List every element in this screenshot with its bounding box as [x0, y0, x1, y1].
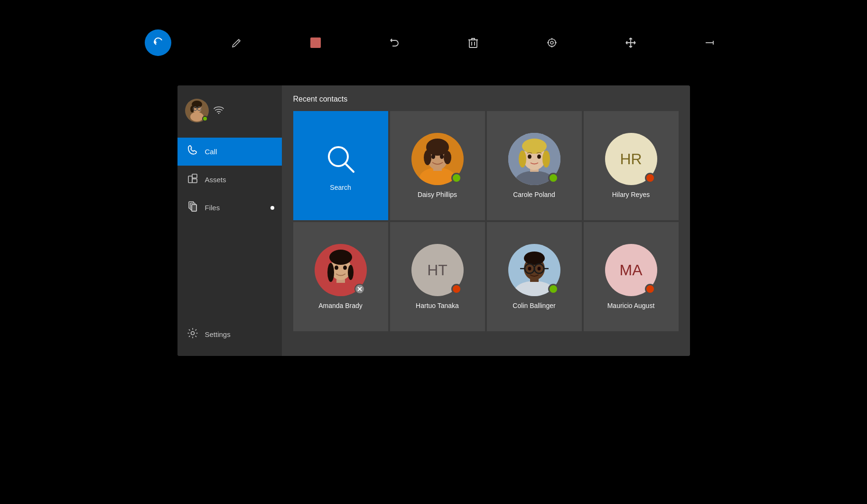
sidebar-item-settings[interactable]: Settings [177, 320, 282, 348]
svg-point-48 [542, 150, 550, 168]
main-panel: Call Assets [177, 85, 690, 356]
svg-rect-0 [469, 40, 477, 47]
svg-point-39 [440, 154, 444, 159]
settings-icon [187, 328, 198, 341]
svg-point-46 [522, 139, 547, 154]
contact-card-amanda[interactable]: Amanda Brady [293, 222, 388, 331]
carole-status [548, 173, 559, 183]
pen-button[interactable] [224, 29, 250, 56]
svg-point-13 [190, 112, 204, 121]
call-icon [187, 145, 198, 158]
contact-card-colin[interactable]: Colin Ballinger [487, 222, 582, 331]
svg-point-36 [424, 150, 431, 165]
svg-point-57 [327, 263, 334, 282]
svg-point-38 [431, 154, 435, 159]
colin-name: Colin Ballinger [513, 302, 555, 309]
sidebar-item-files[interactable]: Files [177, 194, 282, 222]
mauricio-name: Mauricio August [607, 302, 655, 309]
svg-point-58 [348, 265, 354, 280]
hartuo-status [451, 284, 462, 294]
svg-point-49 [528, 155, 531, 159]
app-container: Call Assets [0, 0, 867, 504]
user-profile [177, 93, 232, 128]
amanda-status [354, 284, 365, 294]
svg-rect-25 [192, 205, 196, 211]
files-notification-dot [270, 206, 274, 210]
section-title: Recent contacts [293, 95, 679, 103]
svg-rect-22 [192, 179, 197, 183]
pin-button[interactable] [696, 29, 723, 56]
contact-card-mauricio[interactable]: MA Mauricio August [584, 222, 679, 331]
target-button[interactable] [539, 29, 565, 56]
hilary-name: Hilary Reyes [612, 191, 650, 198]
rectangle-button[interactable] [302, 29, 329, 56]
svg-point-37 [444, 151, 451, 164]
daisy-name: Daisy Phillips [418, 191, 457, 198]
contact-card-carole[interactable]: Carole Poland [487, 111, 582, 220]
delete-button[interactable] [460, 29, 486, 56]
svg-point-56 [329, 250, 352, 265]
contact-card-search[interactable]: Search [293, 111, 388, 220]
user-status-dot [202, 116, 208, 121]
search-label: Search [330, 184, 351, 191]
svg-point-68 [524, 252, 545, 265]
contact-card-hartuo[interactable]: HT Hartuo Tanaka [390, 222, 485, 331]
svg-point-50 [537, 155, 541, 159]
svg-point-3 [548, 39, 556, 47]
carole-name: Carole Poland [513, 191, 555, 198]
amanda-name: Amanda Brady [318, 302, 363, 309]
files-label: Files [205, 204, 220, 212]
files-icon [187, 201, 198, 214]
svg-point-60 [343, 266, 347, 270]
call-label: Call [205, 148, 217, 156]
wifi-icon [214, 105, 224, 116]
contact-card-hilary[interactable]: HR Hilary Reyes [584, 111, 679, 220]
back-button[interactable] [145, 29, 171, 56]
colin-status [548, 284, 559, 294]
hilary-status [645, 173, 655, 183]
svg-point-59 [335, 266, 338, 270]
svg-line-29 [346, 164, 354, 172]
svg-point-4 [550, 41, 553, 44]
svg-rect-20 [188, 176, 192, 183]
toolbar [0, 0, 867, 85]
contacts-grid: Search [293, 111, 679, 331]
svg-point-47 [519, 150, 526, 168]
move-button[interactable] [617, 29, 644, 56]
svg-rect-21 [192, 174, 197, 178]
sidebar-item-assets[interactable]: Assets [177, 166, 282, 194]
avatar [185, 99, 209, 122]
svg-point-19 [218, 112, 219, 113]
assets-label: Assets [205, 176, 226, 184]
undo-button[interactable] [381, 29, 408, 56]
assets-icon [187, 173, 198, 186]
hartuo-name: Hartuo Tanaka [416, 302, 459, 309]
daisy-status [451, 173, 462, 183]
svg-point-75 [537, 267, 541, 271]
svg-point-27 [191, 332, 194, 335]
svg-point-28 [329, 147, 348, 166]
contact-card-daisy[interactable]: Daisy Phillips [390, 111, 485, 220]
sidebar-item-call[interactable]: Call [177, 138, 282, 166]
svg-point-74 [528, 267, 531, 271]
mauricio-status [645, 284, 655, 294]
settings-label: Settings [205, 330, 231, 338]
content-area: Recent contacts Search [282, 85, 690, 356]
sidebar: Call Assets [177, 85, 282, 356]
search-icon [322, 140, 360, 178]
